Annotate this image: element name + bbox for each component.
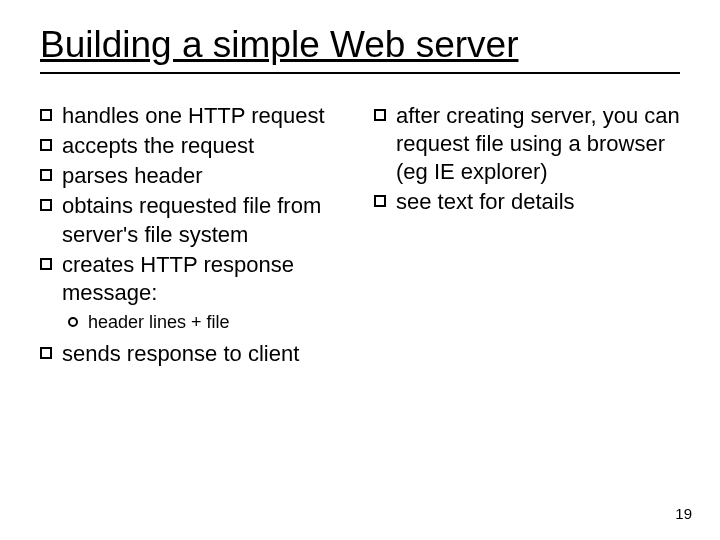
list-item: parses header: [40, 162, 346, 190]
list-item: sends response to client: [40, 340, 346, 368]
content-columns: handles one HTTP request accepts the req…: [40, 102, 680, 371]
list-item-text: accepts the request: [62, 132, 254, 160]
sub-list-item-text: header lines + file: [88, 311, 230, 334]
list-item: obtains requested file from server's fil…: [40, 192, 346, 248]
list-item: accepts the request: [40, 132, 346, 160]
square-bullet-icon: [374, 195, 386, 207]
title-underline-rule: [40, 72, 680, 74]
square-bullet-icon: [40, 169, 52, 181]
list-item: see text for details: [374, 188, 680, 216]
square-bullet-icon: [40, 109, 52, 121]
list-item-text: handles one HTTP request: [62, 102, 325, 130]
list-item-text: sends response to client: [62, 340, 299, 368]
right-column: after creating server, you can request f…: [374, 102, 680, 371]
list-item: handles one HTTP request: [40, 102, 346, 130]
list-item-text: parses header: [62, 162, 203, 190]
list-item-text: creates HTTP response message:: [62, 251, 346, 307]
list-item: creates HTTP response message:: [40, 251, 346, 307]
sub-list-item: header lines + file: [68, 311, 346, 334]
slide-title: Building a simple Web server: [40, 24, 680, 66]
square-bullet-icon: [40, 258, 52, 270]
square-bullet-icon: [374, 109, 386, 121]
list-item-text: see text for details: [396, 188, 575, 216]
square-bullet-icon: [40, 139, 52, 151]
list-item-text: after creating server, you can request f…: [396, 102, 680, 186]
square-bullet-icon: [40, 199, 52, 211]
circle-bullet-icon: [68, 317, 78, 327]
square-bullet-icon: [40, 347, 52, 359]
left-column: handles one HTTP request accepts the req…: [40, 102, 346, 371]
page-number: 19: [675, 505, 692, 522]
list-item: after creating server, you can request f…: [374, 102, 680, 186]
list-item-text: obtains requested file from server's fil…: [62, 192, 346, 248]
